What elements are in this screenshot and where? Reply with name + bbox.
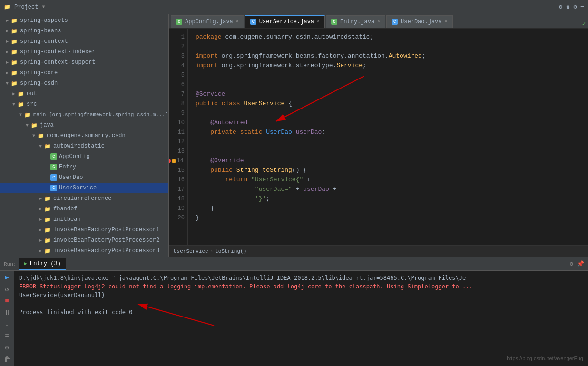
settings-icon-bottom[interactable]: ⚙ bbox=[570, 260, 573, 267]
tab-userservice[interactable]: C UserService.java × bbox=[245, 15, 325, 28]
sidebar-item-invokeBFPP1[interactable]: ▶ 📁 invokeBeanFactoryPostProcessor1 bbox=[0, 225, 168, 235]
sidebar-item-UserDao[interactable]: C UserDao bbox=[0, 172, 168, 183]
bottom-tab-entry[interactable]: ▶ Entry (3) bbox=[19, 258, 65, 270]
sidebar-item-fbandbf[interactable]: ▶ 📁 fbandbf bbox=[0, 204, 168, 214]
tab-icon-userdao: C bbox=[392, 19, 398, 25]
expand-arrow: ▶ bbox=[4, 28, 10, 34]
code-line-5 bbox=[196, 70, 588, 80]
sidebar-item-src[interactable]: ▼ 📁 src bbox=[0, 99, 168, 109]
sidebar-item-AppConfig[interactable]: C AppConfig bbox=[0, 151, 168, 162]
tab-close-userdao[interactable]: × bbox=[445, 19, 448, 24]
sidebar-item-spring-core[interactable]: ▶ 📁 spring-core bbox=[0, 68, 168, 78]
sidebar-item-invokeBFPP2[interactable]: ▶ 📁 invokeBeanFactoryPostProcessor2 bbox=[0, 235, 168, 246]
folder-icon: 📁 bbox=[10, 17, 18, 24]
file-tree: ▶ 📁 spring-aspects ▶ 📁 spring-beans ▶ 📁 … bbox=[0, 14, 168, 257]
code-line-6 bbox=[196, 80, 588, 89]
folder-icon: 📁 bbox=[10, 48, 18, 56]
tab-icon-userservice: C bbox=[250, 19, 256, 25]
tab-close-userservice[interactable]: × bbox=[317, 19, 320, 24]
sort-icon[interactable]: ⇅ bbox=[566, 3, 569, 10]
trash-button[interactable]: 🗑 bbox=[2, 355, 12, 364]
gear-icon[interactable]: ⚙ bbox=[574, 3, 577, 10]
expand-arrow: ▼ bbox=[37, 144, 44, 149]
play-button[interactable]: ▶ bbox=[2, 273, 12, 282]
code-line-2 bbox=[196, 42, 588, 51]
folder-icon: 📁 bbox=[44, 142, 51, 150]
sidebar-item-spring-context-indexer[interactable]: ▶ 📁 spring-context-indexer bbox=[0, 47, 168, 57]
bottom-content: ▶ ↺ ■ ⏸ ↓ ≡ ⚙ 🗑 D:\jdk\jdk1.8\bin bbox=[0, 271, 588, 366]
run-label: Run: bbox=[4, 261, 16, 267]
code-line-4: import org.springframework.stereotype.Se… bbox=[196, 61, 588, 70]
expand-arrow: ▶ bbox=[37, 237, 44, 243]
expand-arrow: ▶ bbox=[37, 248, 44, 254]
code-line-7: @Service bbox=[196, 89, 588, 99]
folder-icon: 📁 bbox=[44, 237, 51, 244]
sidebar-item-invokeBFPP3[interactable]: ▶ 📁 invokeBeanFactoryPostProcessor3 bbox=[0, 246, 168, 256]
settings-icon[interactable]: ⚙ bbox=[559, 3, 562, 10]
tab-appconfig[interactable]: C AppConfig.java × bbox=[171, 15, 244, 28]
code-line-16: return "UserService{" + bbox=[196, 175, 588, 185]
sidebar-item-label: Entry bbox=[59, 164, 76, 170]
filter-button[interactable]: ≡ bbox=[2, 332, 12, 341]
sidebar-item-initbean[interactable]: ▶ 📁 initbean bbox=[0, 214, 168, 225]
project-title: Project bbox=[14, 4, 38, 10]
editor-area: C AppConfig.java × C UserService.java × … bbox=[169, 14, 588, 257]
sidebar-item-spring-aspects[interactable]: ▶ 📁 spring-aspects bbox=[0, 15, 168, 26]
folder-icon: 📁 bbox=[10, 59, 18, 66]
checkmark-icon: ✓ bbox=[582, 20, 586, 28]
pin-icon[interactable]: 📌 bbox=[577, 260, 584, 267]
sidebar-item-label: fbandbf bbox=[53, 206, 77, 212]
tab-bar: C AppConfig.java × C UserService.java × … bbox=[169, 14, 588, 29]
sidebar-item-autowiredstatic[interactable]: ▼ 📁 autowiredstatic bbox=[0, 141, 168, 151]
folder-icon: 📁 bbox=[44, 226, 51, 234]
sidebar-item-label: spring-aspects bbox=[20, 17, 68, 24]
tab-userdao[interactable]: C UserDao.java × bbox=[386, 15, 452, 28]
sidebar-item-spring-context-support[interactable]: ▶ 📁 spring-context-support bbox=[0, 57, 168, 68]
code-line-10: @Autowired bbox=[196, 118, 588, 128]
toolbar-icons: ⚙ ⇅ ⚙ — bbox=[559, 3, 584, 10]
code-content-wrapper[interactable]: package com.eugene.sumarry.csdn.autowire… bbox=[188, 29, 588, 245]
sidebar-item-label: spring-core bbox=[20, 69, 58, 76]
code-line-19: } bbox=[196, 204, 588, 213]
pause-button[interactable]: ⏸ bbox=[2, 308, 12, 317]
console-line-result: UserService{userDao=null} bbox=[19, 291, 583, 299]
sidebar-item-spring-context[interactable]: ▶ 📁 spring-context bbox=[0, 36, 168, 47]
code-line-18: '}'; bbox=[196, 194, 588, 204]
console-line-cmd: D:\jdk\jdk1.8\bin\java.exe "-javaagent:C… bbox=[19, 274, 583, 282]
run-icon: ▶ bbox=[24, 260, 27, 267]
tab-icon-appconfig: C bbox=[176, 19, 182, 25]
sidebar-item-spring-csdn[interactable]: ▼ 📁 spring-csdn bbox=[0, 78, 168, 89]
rerun-button[interactable]: ↺ bbox=[2, 285, 12, 294]
expand-arrow: ▶ bbox=[4, 49, 10, 55]
sidebar-item-com-eugene[interactable]: ▼ 📁 com.eugene.sumarry.csdn bbox=[0, 130, 168, 141]
code-line-3: import org.springframework.beans.factory… bbox=[196, 51, 588, 61]
sidebar: ▶ 📁 spring-aspects ▶ 📁 spring-beans ▶ 📁 … bbox=[0, 14, 169, 257]
dropdown-arrow[interactable]: ▼ bbox=[42, 4, 45, 10]
sidebar-item-spring-beans[interactable]: ▶ 📁 spring-beans bbox=[0, 26, 168, 36]
settings-run-icon[interactable]: ⚙ bbox=[2, 344, 12, 353]
sidebar-item-java[interactable]: ▼ 📁 java bbox=[0, 120, 168, 130]
expand-arrow: ▶ bbox=[37, 227, 44, 233]
sidebar-item-label: src bbox=[27, 101, 37, 108]
tab-entry[interactable]: C Entry.java × bbox=[326, 15, 385, 28]
watermark: https://blog.csdn.net/avengerEug bbox=[507, 356, 583, 361]
sidebar-item-Entry[interactable]: C Entry bbox=[0, 162, 168, 172]
code-editor: 1 2 3 4 5 6 7 8 9 10 11 12 13 14 15 16 bbox=[169, 29, 588, 245]
sidebar-item-label: spring-csdn bbox=[20, 80, 58, 87]
folder-icon: 📁 bbox=[17, 100, 25, 108]
minimize-icon[interactable]: — bbox=[581, 3, 584, 10]
tab-close-appconfig[interactable]: × bbox=[236, 19, 239, 24]
sidebar-item-UserService[interactable]: C UserService bbox=[0, 183, 168, 193]
line-numbers: 1 2 3 4 5 6 7 8 9 10 11 12 13 14 15 16 bbox=[169, 29, 188, 245]
bottom-panel: Run: ▶ Entry (3) ⚙ 📌 ▶ ↺ ■ ⏸ ↓ ≡ ⚙ 🗑 bbox=[0, 257, 588, 366]
sidebar-item-out[interactable]: ▶ 📁 out bbox=[0, 89, 168, 99]
sidebar-item-circularreference[interactable]: ▶ 📁 circularreference bbox=[0, 193, 168, 204]
console-output: D:\jdk\jdk1.8\bin\java.exe "-javaagent:C… bbox=[14, 271, 588, 319]
folder-icon: 📁 bbox=[10, 27, 18, 35]
class-icon-green: C bbox=[50, 153, 57, 160]
stop-button[interactable]: ■ bbox=[2, 297, 12, 306]
tab-close-entry[interactable]: × bbox=[377, 19, 380, 24]
code-lines[interactable]: package com.eugene.sumarry.csdn.autowire… bbox=[188, 29, 588, 227]
sidebar-item-main[interactable]: ▼ 📁 main [org.springframework.spring-csd… bbox=[0, 109, 168, 120]
scroll-end-button[interactable]: ↓ bbox=[2, 320, 12, 329]
